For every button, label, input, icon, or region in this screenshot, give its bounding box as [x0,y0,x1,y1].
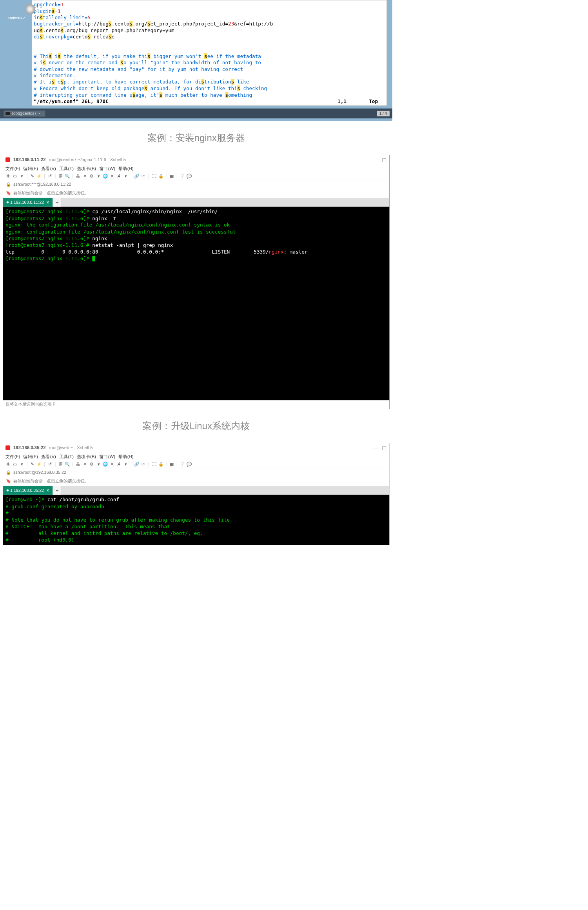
menu-item[interactable]: 工具(T) [59,166,74,171]
menu-item[interactable]: 帮助(H) [118,454,133,459]
address-text[interactable]: ssh://root:***@192.168.0.11:22 [13,182,71,187]
os-label: CentOS 7 [8,16,25,20]
minimize-button[interactable]: — [373,445,378,451]
reconnect-icon[interactable]: ↺ [47,174,53,179]
open-icon[interactable]: ▭ [12,174,17,179]
menu-item[interactable]: 工具(T) [59,454,74,459]
comment-icon[interactable]: 💬 [187,462,192,467]
menu-item[interactable]: 编辑(E) [23,454,38,459]
maximize-button[interactable]: ▢ [382,445,387,451]
terminal-footer: 仅将文本发送到当前选项卡 [3,400,389,409]
desktop-disc-icon [25,4,35,15]
menu-bar[interactable]: 文件(F)编辑(E)查看(V)工具(T)选项卡(B)窗口(W)帮助(H) [3,165,389,173]
globe-icon[interactable]: 🌐 [103,174,108,179]
info-text: 要添加当前会话，点击左侧的箭头按钮。 [13,190,89,196]
section-heading-kernel: 案例：升级Linux系统内核 [0,409,392,443]
close-tab-icon[interactable]: × [47,200,49,205]
window-titlebar[interactable]: 192.168.0.11:22 root@centos7:~/nginx-1.1… [3,155,389,165]
address-bar[interactable]: 🔒 ssh://root:@192.168.0.35:22 [3,468,389,477]
tab-bar[interactable]: 1 192.168.0.11:22 × + [3,198,389,207]
disconnect-icon[interactable]: ⚡ [36,462,42,467]
info-bar: 🔖 要添加当前会话，点击左侧的箭头按钮。 [3,476,389,486]
open-icon[interactable]: ▭ [12,462,17,467]
titlebar-ip: 192.168.0.35:22 [13,445,46,450]
session-tab[interactable]: 1 192.168.0.35:22 × [3,486,53,495]
print-icon[interactable]: 🖶 [76,462,81,467]
connect-icon[interactable]: ✎ [30,462,35,467]
toolbar[interactable]: ✚▭▾ ✎⚡ ↺ 🗐🔍 🖶▾⚙▾🌐▾A▾ 🔗⟳ ⛶🔒 ▦ ❔💬 [3,460,389,468]
vm-desktop: CentOS 7 gpgcheck=1plugins=1installonly_… [0,0,392,121]
address-bar[interactable]: 🔒 ssh://root:***@192.168.0.11:22 [3,180,389,189]
help-icon[interactable]: ❔ [180,174,185,179]
workspace-indicator[interactable]: 1 / 4 [377,111,390,116]
copy-icon[interactable]: 🗐 [58,174,63,179]
connect-icon[interactable]: ✎ [30,174,35,179]
titlebar-subtitle: root@centos7:~/nginx-1.11.6 - Xshell 5 [49,157,126,162]
comment-icon[interactable]: 💬 [187,174,192,179]
fullscreen-icon[interactable]: ⛶ [151,462,156,467]
bookmark-icon[interactable]: 🔖 [6,479,11,484]
maximize-button[interactable]: ▢ [382,157,387,163]
fullscreen-icon[interactable]: ⛶ [151,174,156,179]
menu-item[interactable]: 编辑(E) [23,166,38,171]
toolbar[interactable]: ✚▭▾ ✎⚡ ↺ 🗐🔍 🖶▾⚙▾🌐▾A▾ 🔗⟳ ⛶🔒 ▦ ❔💬 [3,172,389,180]
menu-item[interactable]: 窗口(W) [99,454,115,459]
menu-item[interactable]: 选项卡(B) [77,454,96,459]
tab-label: 1 192.168.0.35:22 [10,488,44,493]
search-icon[interactable]: 🔍 [65,174,70,179]
window-titlebar[interactable]: 192.168.0.35:22 root@web:~ - Xshell 5 — … [3,443,389,453]
menu-item[interactable]: 文件(F) [5,454,20,459]
xshell-window-2: 192.168.0.35:22 root@web:~ - Xshell 5 — … [3,443,390,545]
lock-icon[interactable]: 🔒 [158,462,163,467]
help-icon[interactable]: ❔ [180,462,185,467]
cascade-icon[interactable]: ▦ [169,462,174,467]
globe-icon[interactable]: 🌐 [103,462,108,467]
cascade-icon[interactable]: ▦ [169,174,174,179]
vim-status-line: "/etc/yum.conf" 26L, 970C 1,1 Top [34,98,385,104]
app-icon [5,158,10,162]
terminal-output[interactable]: [root@web ~]# cat /boot/grub/grub.conf #… [3,495,389,545]
info-bar: 🔖 要添加当前会话，点击左侧的箭头按钮。 [3,188,389,198]
tab-label: 1 192.168.0.11:22 [10,200,44,205]
new-tab-button[interactable]: + [53,198,61,207]
vim-editor[interactable]: gpgcheck=1plugins=1installonly_limit=5bu… [31,0,387,106]
search-icon[interactable]: 🔍 [65,462,70,467]
menu-item[interactable]: 选项卡(B) [77,166,96,171]
print-icon[interactable]: 🖶 [76,174,81,179]
terminal-output[interactable]: [root@centos7 nginx-1.11.6]# cp /usr/loc… [3,207,389,401]
menu-item[interactable]: 帮助(H) [118,166,133,171]
new-icon[interactable]: ✚ [5,462,11,467]
font-icon[interactable]: A [116,462,122,467]
new-tab-button[interactable]: + [53,486,61,495]
new-icon[interactable]: ✚ [5,174,11,179]
taskbar-item-terminal[interactable]: root@centos7:~ [4,111,45,116]
bookmark-icon[interactable]: 🔖 [6,190,11,196]
xshell-window-1: 192.168.0.11:22 root@centos7:~/nginx-1.1… [3,155,390,409]
props-icon[interactable]: ⚙ [89,462,94,467]
menu-bar[interactable]: 文件(F)编辑(E)查看(V)工具(T)选项卡(B)窗口(W)帮助(H) [3,453,389,461]
link-icon[interactable]: 🔗 [134,462,139,467]
desktop-taskbar[interactable]: root@centos7:~ 1 / 4 [0,109,392,118]
menu-item[interactable]: 文件(F) [5,166,20,171]
address-text[interactable]: ssh://root:@192.168.0.35:22 [13,470,66,475]
minimize-button[interactable]: — [373,157,378,163]
menu-item[interactable]: 窗口(W) [99,166,115,171]
reconnect-icon[interactable]: ↺ [47,462,53,467]
status-dot-icon [7,489,9,491]
disconnect-icon[interactable]: ⚡ [36,174,42,179]
link-icon[interactable]: 🔗 [134,174,139,179]
titlebar-subtitle: root@web:~ - Xshell 5 [49,445,93,450]
terminal-icon [5,111,10,116]
sync-icon[interactable]: ⟳ [141,462,146,467]
props-icon[interactable]: ⚙ [89,174,94,179]
app-icon [5,446,10,450]
tab-bar[interactable]: 1 192.168.0.35:22 × + [3,486,389,495]
sync-icon[interactable]: ⟳ [141,174,146,179]
menu-item[interactable]: 查看(V) [41,454,56,459]
session-tab[interactable]: 1 192.168.0.11:22 × [3,198,53,207]
copy-icon[interactable]: 🗐 [58,462,63,467]
font-icon[interactable]: A [116,174,122,179]
lock-icon[interactable]: 🔒 [158,174,163,179]
close-tab-icon[interactable]: × [47,488,49,493]
menu-item[interactable]: 查看(V) [41,166,56,171]
